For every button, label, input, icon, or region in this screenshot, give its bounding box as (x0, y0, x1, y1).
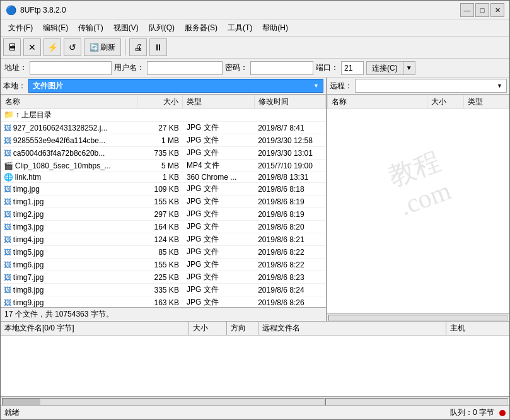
table-row[interactable]: 🖼 ca5004d63f4a72b8c620b... 735 KB JPG 文件… (1, 147, 326, 160)
toolbar-open-button[interactable]: 🖥 (3, 38, 21, 56)
menu-view[interactable]: 视图(V) (108, 21, 144, 35)
table-row[interactable]: 🖼 timg1.jpg 155 KB JPG 文件 2019/8/6 8:19 (1, 195, 326, 208)
col-type-header[interactable]: 类型 (183, 95, 254, 109)
titlebar-controls: — □ ✕ (460, 3, 504, 17)
transfer-list[interactable] (1, 335, 509, 397)
toolbar-delete-button[interactable]: ✕ (23, 38, 41, 56)
user-label: 用户名： (114, 62, 144, 73)
transfer-size-header: 大小 (189, 322, 227, 335)
toolbar-refresh-button[interactable]: 🔄 刷新 (84, 38, 121, 56)
menu-edit[interactable]: 编辑(E) (38, 21, 73, 35)
menu-queue[interactable]: 队列(Q) (144, 21, 180, 35)
table-row[interactable]: 🖼 timg.jpg 109 KB JPG 文件 2019/8/6 8:18 (1, 183, 326, 195)
toolbar-pause-button[interactable]: ⏸ (149, 38, 167, 56)
menu-server[interactable]: 服务器(S) (180, 21, 223, 35)
titlebar-title: 8UFtp 3.8.2.0 (20, 6, 66, 15)
minimize-button[interactable]: — (460, 3, 474, 17)
remote-panel-label: 远程： (330, 81, 352, 91)
remote-col-name-header[interactable]: 名称 (328, 95, 427, 109)
table-row[interactable]: 🖼 timg9.jpg 163 KB JPG 文件 2019/8/6 8:26 (1, 296, 326, 308)
toolbar-sep (125, 39, 125, 55)
transfer-host-header: 主机 (446, 322, 509, 335)
transfer-area: 本地文件名[0/0 字节] 大小 方向 远程文件名 主机 (1, 321, 509, 397)
connect-button[interactable]: 连接(C) (366, 61, 403, 75)
local-panel-label: 本地： (3, 81, 26, 91)
remote-path-combo[interactable]: ▼ (355, 79, 507, 93)
remote-col-type-header[interactable]: 类型 (463, 95, 509, 109)
connect-dropdown[interactable]: ▼ (403, 61, 415, 75)
table-row[interactable]: 🖼 timg7.jpg 225 KB JPG 文件 2019/8/6 8:23 (1, 271, 326, 284)
left-panel: 本地： 文件图片 ▼ 名称 (1, 78, 327, 321)
col-size-header[interactable]: 大小 (137, 95, 183, 109)
table-row[interactable]: 🖼 927_2016062431328252.j... 27 KB JPG 文件… (1, 122, 326, 134)
table-row[interactable]: 🖼 timg2.jpg 297 KB JPG 文件 2019/8/6 8:19 (1, 208, 326, 221)
pass-label: 密码： (225, 62, 248, 73)
transfer-remotefile-header: 远程文件名 (258, 322, 447, 335)
table-row[interactable]: 🖼 timg3.jpg 164 KB JPG 文件 2019/8/6 8:20 (1, 221, 326, 233)
connection-status-dot (499, 410, 506, 416)
addr-input[interactable] (30, 61, 112, 75)
transfer-header: 本地文件名[0/0 字节] 大小 方向 远程文件名 主机 (1, 322, 509, 335)
toolbar: 🖥 ✕ ⚡ ↺ 🔄 刷新 🖨 ⏸ (1, 37, 509, 59)
address-bar: 地址： 用户名： 密码： 端口： 连接(C) ▼ (1, 59, 509, 78)
file-list[interactable]: 名称 大小 类型 修改时间 📁 ↑ 上层目录 🖼 927_20160624313… (1, 95, 326, 307)
remote-col-size-header[interactable]: 大小 (427, 95, 464, 109)
menu-transfer[interactable]: 传输(T) (73, 21, 108, 35)
menu-tools[interactable]: 工具(T) (223, 21, 257, 35)
menu-file[interactable]: 文件(F) (3, 21, 38, 35)
refresh-label: 刷新 (100, 42, 115, 53)
local-path-value: 文件图片 (33, 81, 63, 91)
refresh-icon: 🔄 (90, 43, 99, 52)
queue-status-text: 队列：0 字节 (450, 407, 494, 418)
menubar: 文件(F) 编辑(E) 传输(T) 视图(V) 队列(Q) 服务器(S) 工具(… (1, 20, 509, 37)
close-button[interactable]: ✕ (490, 3, 504, 17)
toolbar-back-button[interactable]: ↺ (64, 38, 81, 56)
remote-file-list[interactable]: 名称 大小 类型 (327, 95, 509, 313)
connect-button-group: 连接(C) ▼ (366, 61, 415, 75)
col-name-header[interactable]: 名称 (1, 95, 137, 109)
left-status-bar: 17 个文件，共 10754363 字节。 (1, 307, 326, 321)
right-panel: 远程： ▼ 名称 大小 (327, 78, 509, 321)
local-path-combo[interactable]: 文件图片 ▼ (28, 79, 323, 93)
menu-help[interactable]: 帮助(H) (257, 21, 293, 35)
toolbar-print-button[interactable]: 🖨 (129, 38, 147, 56)
col-date-header[interactable]: 修改时间 (254, 95, 325, 109)
scroll-track-right[interactable] (325, 398, 508, 405)
local-path-arrow: ▼ (313, 83, 319, 89)
table-row[interactable]: 🖼 timg6.jpg 155 KB JPG 文件 2019/8/6 8:22 (1, 259, 326, 271)
bottom-scrollbar[interactable] (1, 397, 509, 405)
left-panel-header: 本地： 文件图片 ▼ (1, 78, 326, 95)
table-row[interactable]: 🎬 Clip_1080_5sec_10mbps_... 5 MB MP4 文件 … (1, 160, 326, 172)
app-icon: 🔵 (6, 5, 16, 15)
transfer-dir-header: 方向 (227, 322, 258, 335)
username-input[interactable] (147, 61, 223, 75)
status-right-group: 队列：0 字节 (450, 407, 506, 418)
port-label: 端口： (316, 62, 339, 73)
remote-scroll-bar[interactable] (327, 313, 509, 321)
file-count-status: 17 个文件，共 10754363 字节。 (4, 310, 113, 318)
right-panel-header: 远程： ▼ (327, 78, 509, 95)
transfer-localfile-header: 本地文件名[0/0 字节] (1, 322, 189, 335)
port-input[interactable] (341, 61, 364, 75)
table-row[interactable]: 🖼 9285553e9e42f6a114cbe... 1 MB JPG 文件 2… (1, 134, 326, 147)
remote-path-arrow: ▼ (497, 83, 502, 89)
maximize-button[interactable]: □ (475, 3, 489, 17)
table-row[interactable]: 🖼 timg5.jpg 85 KB JPG 文件 2019/8/6 8:22 (1, 246, 326, 259)
password-input[interactable] (250, 61, 313, 75)
toolbar-flash-button[interactable]: ⚡ (43, 38, 61, 56)
table-row[interactable]: 🖼 timg4.jpg 124 KB JPG 文件 2019/8/6 8:21 (1, 233, 326, 246)
titlebar-left: 🔵 8UFtp 3.8.2.0 (6, 5, 66, 15)
titlebar: 🔵 8UFtp 3.8.2.0 — □ ✕ (1, 1, 509, 20)
table-row[interactable]: 🖼 timg8.jpg 335 KB JPG 文件 2019/8/6 8:24 (1, 284, 326, 296)
table-row[interactable]: 🌐 link.htm 1 KB 360 Chrome ... 2019/8/8 … (1, 172, 326, 183)
addr-label: 地址： (4, 62, 27, 73)
table-row[interactable]: 📁 ↑ 上层目录 (1, 109, 326, 122)
scroll-track-left[interactable] (2, 398, 325, 405)
main-panels: 本地： 文件图片 ▼ 名称 (1, 78, 509, 321)
status-ready-text: 就绪 (4, 407, 20, 418)
final-status-bar: 就绪 队列：0 字节 (1, 405, 509, 419)
